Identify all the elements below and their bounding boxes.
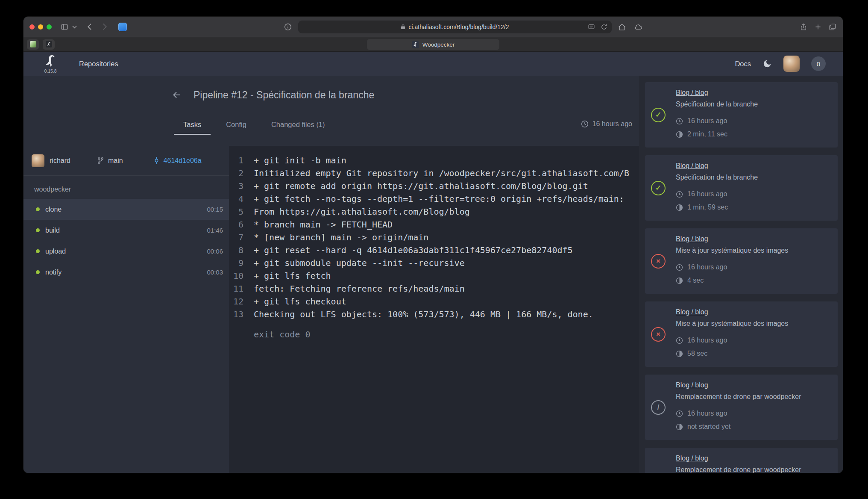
build-time-row: 16 hours ago bbox=[676, 115, 758, 128]
pinned-tabs bbox=[27, 37, 55, 51]
log-line-number: 3 bbox=[229, 180, 243, 192]
task-duration: 01:46 bbox=[207, 227, 223, 234]
build-time: 16 hours ago bbox=[687, 263, 727, 271]
browser-toolbar: ci.athaliasoft.com/Blog/blog/build/12/2 bbox=[23, 17, 843, 37]
url-field[interactable]: ci.athaliasoft.com/Blog/blog/build/12/2 bbox=[298, 21, 612, 33]
task-row[interactable]: notify 00:03 bbox=[23, 262, 229, 283]
build-card[interactable]: ✓ Blog / blog Spécification de la branch… bbox=[645, 82, 838, 148]
build-repo-link[interactable]: Blog / blog bbox=[676, 308, 788, 316]
build-duration: 2 min, 11 sec bbox=[687, 130, 727, 138]
log-line: 1 + git init -b main bbox=[229, 154, 639, 167]
log-line-text: + git reset --hard -q 4614d1e06a3dabf311… bbox=[243, 244, 573, 257]
pinned-tab-1-favicon-icon bbox=[30, 41, 36, 47]
extension-icon bbox=[118, 23, 127, 31]
log-line-number: 10 bbox=[229, 269, 243, 282]
task-name: build bbox=[45, 227, 60, 234]
duration-icon bbox=[676, 350, 683, 357]
pinned-tab-2-favicon-icon bbox=[46, 41, 52, 47]
build-card[interactable]: × Blog / blog Mise à jour systématique d… bbox=[645, 301, 838, 367]
back-button[interactable] bbox=[83, 21, 95, 33]
zoom-window-button[interactable] bbox=[47, 24, 52, 30]
woodpecker-logo-icon bbox=[44, 54, 57, 68]
clock-icon bbox=[676, 118, 683, 125]
build-time-row: 16 hours ago bbox=[676, 407, 801, 420]
share-button[interactable] bbox=[798, 21, 809, 33]
app-logo[interactable]: 0.15.8 bbox=[41, 54, 60, 74]
duration-icon bbox=[676, 277, 683, 284]
task-name: notify bbox=[45, 269, 62, 276]
log-line-number: 2 bbox=[229, 167, 243, 180]
tab-overview-button[interactable] bbox=[827, 21, 839, 33]
pinned-tab-2[interactable] bbox=[43, 39, 55, 50]
build-card[interactable]: ✓ Blog / blog Spécification de la branch… bbox=[645, 155, 838, 221]
build-card[interactable]: / Blog / blog Remplacement de drone par … bbox=[645, 375, 838, 440]
pipeline-time: 16 hours ago bbox=[581, 120, 632, 135]
commit-hash-link[interactable]: 4614d1e06a bbox=[164, 157, 202, 165]
nav-docs-link[interactable]: Docs bbox=[735, 60, 751, 68]
app-version: 0.15.8 bbox=[44, 68, 56, 74]
traffic-lights bbox=[29, 24, 52, 30]
build-card[interactable]: / Blog / blog Remplacement de drone par … bbox=[645, 448, 838, 473]
page-info-button[interactable] bbox=[282, 21, 294, 33]
log-line-number: 9 bbox=[229, 257, 243, 269]
build-time-row: 16 hours ago bbox=[676, 188, 758, 201]
url-text: ci.athaliasoft.com/Blog/blog/build/12/2 bbox=[408, 24, 509, 30]
git-branch-icon bbox=[97, 157, 104, 164]
user-avatar[interactable] bbox=[783, 56, 800, 72]
sidebar-chevron-button[interactable] bbox=[70, 21, 78, 33]
icloud-tabs-button[interactable] bbox=[632, 21, 644, 33]
new-tab-button[interactable] bbox=[812, 21, 824, 33]
build-duration-row: 58 sec bbox=[676, 347, 788, 360]
back-to-builds-button[interactable] bbox=[171, 90, 182, 100]
log-line-number: 4 bbox=[229, 192, 243, 205]
info-icon bbox=[284, 23, 292, 31]
task-row[interactable]: clone 00:15 bbox=[23, 199, 229, 220]
desktop: { "colors": { "accent-green": "#9ac43c",… bbox=[0, 0, 868, 499]
duration-icon bbox=[676, 204, 683, 211]
log-line-number: 1 bbox=[229, 154, 243, 167]
log-line-text: + git lfs fetch bbox=[243, 269, 331, 282]
build-repo-link[interactable]: Blog / blog bbox=[676, 455, 801, 462]
build-repo-link[interactable]: Blog / blog bbox=[676, 235, 788, 243]
tab-config[interactable]: Config bbox=[217, 117, 256, 135]
sidebar-toggle-button[interactable] bbox=[59, 21, 70, 33]
extension-button[interactable] bbox=[117, 21, 129, 33]
minimize-window-button[interactable] bbox=[38, 24, 43, 30]
forward-button[interactable] bbox=[99, 21, 111, 33]
log-line-number: 12 bbox=[229, 295, 243, 308]
active-tab[interactable]: Woodpecker bbox=[367, 39, 499, 50]
build-time: 16 hours ago bbox=[687, 190, 727, 198]
tab-tasks[interactable]: Tasks bbox=[174, 117, 211, 135]
notification-badge[interactable]: 0 bbox=[811, 56, 826, 71]
build-repo-link[interactable]: Blog / blog bbox=[676, 162, 758, 170]
build-repo-link[interactable]: Blog / blog bbox=[676, 89, 758, 97]
build-text: Blog / blog Mise à jour systématique des… bbox=[676, 235, 788, 287]
reader-button[interactable] bbox=[588, 23, 595, 30]
home-button[interactable] bbox=[616, 21, 628, 33]
woodpecker-app: 0.15.8 Repositories Docs 0 Pipeline #12 … bbox=[23, 52, 843, 473]
author-name: richard bbox=[50, 157, 70, 165]
reload-button[interactable] bbox=[601, 23, 607, 30]
log-line-text: + git submodule update --init --recursiv… bbox=[243, 257, 465, 269]
log-line: 4 + git fetch --no-tags --depth=1 --filt… bbox=[229, 192, 639, 205]
log-line: 6 * branch main -> FETCH_HEAD bbox=[229, 218, 639, 231]
build-time-row: 16 hours ago bbox=[676, 334, 788, 347]
task-row[interactable]: upload 00:06 bbox=[23, 241, 229, 262]
cloud-icon bbox=[633, 23, 643, 31]
build-card[interactable]: × Blog / blog Mise à jour systématique d… bbox=[645, 228, 838, 294]
tab-bar: Woodpecker bbox=[23, 37, 843, 52]
pinned-tab-1[interactable] bbox=[27, 39, 39, 50]
task-status-dot-icon bbox=[36, 270, 40, 274]
build-duration-row: not started yet bbox=[676, 420, 801, 434]
author-avatar bbox=[32, 154, 44, 167]
commit-meta-row: richard main 4614d1e06a bbox=[23, 146, 229, 176]
nav-repositories-link[interactable]: Repositories bbox=[79, 60, 118, 68]
theme-toggle-button[interactable] bbox=[762, 59, 772, 68]
build-repo-link[interactable]: Blog / blog bbox=[676, 381, 801, 389]
tab-changed-files[interactable]: Changed files (1) bbox=[262, 117, 334, 135]
task-row[interactable]: build 01:46 bbox=[23, 220, 229, 241]
log-line-number: 6 bbox=[229, 218, 243, 231]
build-message: Mise à jour systématique des images bbox=[676, 320, 788, 328]
close-window-button[interactable] bbox=[29, 24, 35, 30]
clock-icon bbox=[676, 264, 683, 271]
